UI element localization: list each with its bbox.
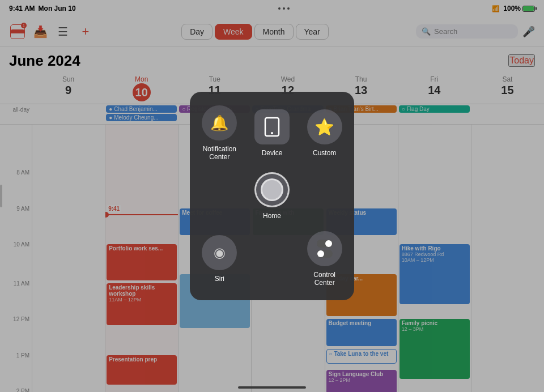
custom-icon: ⭐ <box>307 109 342 144</box>
notification-center-label: Notification Center <box>199 145 240 161</box>
assistive-touch-modal: 🔔 Notification Center Device ⭐ Custom <box>190 92 354 300</box>
tablet-svg <box>264 117 280 137</box>
svg-point-1 <box>271 132 273 134</box>
device-item[interactable]: Device <box>254 109 290 157</box>
star-icon: ⭐ <box>314 118 334 137</box>
modal-overlay: 🔔 Notification Center Device ⭐ Custom <box>0 0 544 392</box>
device-label: Device <box>262 149 283 157</box>
device-icon <box>254 109 290 144</box>
toggle-thumb-1 <box>325 240 332 247</box>
toggle-icon <box>317 240 333 258</box>
toggle-track-2 <box>317 250 333 258</box>
control-center-label: Control Center <box>304 271 345 287</box>
toggle-track-1 <box>317 240 333 248</box>
bell-icon: 🔔 <box>210 114 228 132</box>
toggle-row-1 <box>317 240 333 248</box>
toggle-row-2 <box>317 250 333 258</box>
notification-center-item[interactable]: 🔔 Notification Center <box>199 105 240 161</box>
notification-center-icon: 🔔 <box>202 105 237 140</box>
toggle-thumb-2 <box>317 250 324 257</box>
home-btn-inner <box>261 178 283 201</box>
home-label: Home <box>263 212 281 220</box>
custom-label: Custom <box>313 149 336 157</box>
siri-label: Siri <box>215 275 224 283</box>
siri-glyph: ◉ <box>214 245 226 261</box>
home-item[interactable]: Home <box>254 172 290 220</box>
siri-item[interactable]: ◉ Siri <box>202 235 237 283</box>
control-center-item[interactable]: Control Center <box>304 231 345 287</box>
custom-item[interactable]: ⭐ Custom <box>307 109 342 157</box>
home-icon <box>254 172 290 207</box>
control-center-icon <box>307 231 342 266</box>
siri-icon: ◉ <box>202 235 237 270</box>
